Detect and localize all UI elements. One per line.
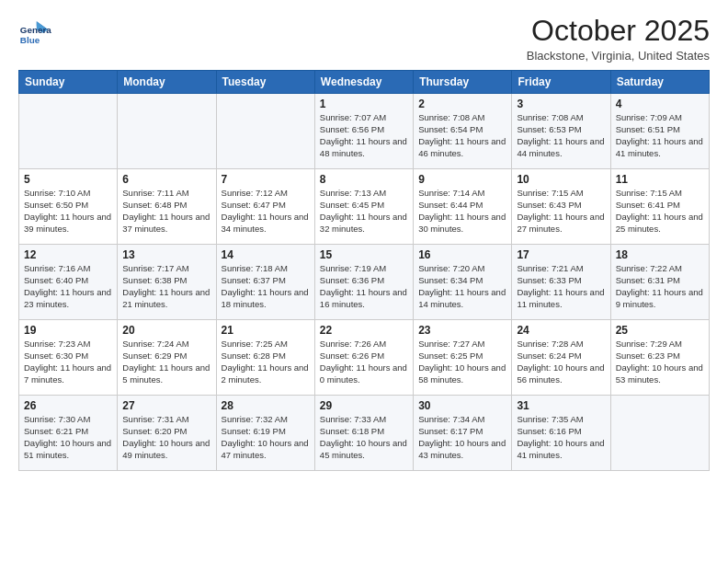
col-header-wednesday: Wednesday [314,71,413,94]
calendar-cell: 23Sunrise: 7:27 AM Sunset: 6:25 PM Dayli… [414,320,512,396]
calendar: SundayMondayTuesdayWednesdayThursdayFrid… [18,70,710,471]
col-header-thursday: Thursday [414,71,512,94]
calendar-cell: 20Sunrise: 7:24 AM Sunset: 6:29 PM Dayli… [118,320,216,396]
day-number: 16 [418,248,506,261]
day-info: Sunrise: 7:35 AM Sunset: 6:16 PM Dayligh… [517,414,605,461]
day-info: Sunrise: 7:08 AM Sunset: 6:53 PM Dayligh… [517,112,605,159]
calendar-cell: 17Sunrise: 7:21 AM Sunset: 6:33 PM Dayli… [512,245,610,320]
calendar-cell: 28Sunrise: 7:32 AM Sunset: 6:19 PM Dayli… [216,396,314,471]
day-number: 6 [122,173,210,186]
calendar-cell: 8Sunrise: 7:13 AM Sunset: 6:45 PM Daylig… [314,169,413,245]
calendar-cell: 3Sunrise: 7:08 AM Sunset: 6:53 PM Daylig… [512,94,610,169]
calendar-cell: 16Sunrise: 7:20 AM Sunset: 6:34 PM Dayli… [414,245,512,320]
day-info: Sunrise: 7:30 AM Sunset: 6:21 PM Dayligh… [24,414,112,461]
calendar-cell: 27Sunrise: 7:31 AM Sunset: 6:20 PM Dayli… [118,396,216,471]
day-info: Sunrise: 7:32 AM Sunset: 6:19 PM Dayligh… [222,414,310,461]
day-number: 28 [222,399,310,412]
day-number: 22 [320,324,408,337]
day-info: Sunrise: 7:22 AM Sunset: 6:31 PM Dayligh… [616,263,704,310]
day-info: Sunrise: 7:12 AM Sunset: 6:47 PM Dayligh… [222,188,310,235]
day-info: Sunrise: 7:28 AM Sunset: 6:24 PM Dayligh… [517,339,605,385]
svg-text:Blue: Blue [20,35,40,45]
day-number: 24 [517,324,605,337]
day-number: 4 [616,98,704,110]
day-number: 19 [24,324,112,337]
day-info: Sunrise: 7:31 AM Sunset: 6:20 PM Dayligh… [122,414,210,461]
day-number: 21 [222,324,310,337]
calendar-cell: 5Sunrise: 7:10 AM Sunset: 6:50 PM Daylig… [19,169,118,245]
page: General Blue October 2025 Blackstone, Vi… [0,0,728,563]
day-info: Sunrise: 7:10 AM Sunset: 6:50 PM Dayligh… [24,188,112,235]
day-info: Sunrise: 7:29 AM Sunset: 6:23 PM Dayligh… [616,339,704,385]
calendar-cell [610,396,709,471]
week-row-3: 12Sunrise: 7:16 AM Sunset: 6:40 PM Dayli… [19,245,710,320]
col-header-friday: Friday [512,71,610,94]
day-info: Sunrise: 7:21 AM Sunset: 6:33 PM Dayligh… [517,263,605,310]
day-info: Sunrise: 7:18 AM Sunset: 6:37 PM Dayligh… [222,263,310,310]
month-title: October 2025 [527,15,710,47]
calendar-cell: 10Sunrise: 7:15 AM Sunset: 6:43 PM Dayli… [512,169,610,245]
day-number: 18 [616,248,704,261]
day-info: Sunrise: 7:15 AM Sunset: 6:43 PM Dayligh… [517,188,605,235]
day-info: Sunrise: 7:11 AM Sunset: 6:48 PM Dayligh… [122,188,210,235]
calendar-cell: 14Sunrise: 7:18 AM Sunset: 6:37 PM Dayli… [216,245,314,320]
col-header-monday: Monday [118,71,216,94]
calendar-cell [19,94,118,169]
calendar-cell: 15Sunrise: 7:19 AM Sunset: 6:36 PM Dayli… [314,245,413,320]
day-info: Sunrise: 7:14 AM Sunset: 6:44 PM Dayligh… [418,188,506,235]
calendar-cell: 1Sunrise: 7:07 AM Sunset: 6:56 PM Daylig… [314,94,413,169]
day-number: 9 [418,173,506,186]
calendar-cell: 30Sunrise: 7:34 AM Sunset: 6:17 PM Dayli… [414,396,512,471]
day-info: Sunrise: 7:33 AM Sunset: 6:18 PM Dayligh… [320,414,408,461]
col-header-saturday: Saturday [610,71,709,94]
day-info: Sunrise: 7:20 AM Sunset: 6:34 PM Dayligh… [418,263,506,310]
day-number: 30 [418,399,506,412]
day-info: Sunrise: 7:08 AM Sunset: 6:54 PM Dayligh… [418,112,506,159]
calendar-cell: 6Sunrise: 7:11 AM Sunset: 6:48 PM Daylig… [118,169,216,245]
day-number: 31 [517,399,605,412]
day-number: 27 [122,399,210,412]
day-info: Sunrise: 7:24 AM Sunset: 6:29 PM Dayligh… [122,339,210,385]
day-number: 17 [517,248,605,261]
day-number: 15 [320,248,408,261]
day-number: 13 [122,248,210,261]
day-number: 10 [517,173,605,186]
day-number: 8 [320,173,408,186]
calendar-cell: 2Sunrise: 7:08 AM Sunset: 6:54 PM Daylig… [414,94,512,169]
calendar-cell: 29Sunrise: 7:33 AM Sunset: 6:18 PM Dayli… [314,396,413,471]
calendar-cell: 19Sunrise: 7:23 AM Sunset: 6:30 PM Dayli… [19,320,118,396]
week-row-1: 1Sunrise: 7:07 AM Sunset: 6:56 PM Daylig… [19,94,710,169]
header: General Blue October 2025 Blackstone, Vi… [18,15,710,63]
title-block: October 2025 Blackstone, Virginia, Unite… [527,15,710,63]
day-info: Sunrise: 7:09 AM Sunset: 6:51 PM Dayligh… [616,112,704,159]
calendar-cell: 9Sunrise: 7:14 AM Sunset: 6:44 PM Daylig… [414,169,512,245]
day-number: 3 [517,98,605,110]
day-info: Sunrise: 7:27 AM Sunset: 6:25 PM Dayligh… [418,339,506,385]
day-number: 23 [418,324,506,337]
day-info: Sunrise: 7:23 AM Sunset: 6:30 PM Dayligh… [24,339,112,385]
day-info: Sunrise: 7:07 AM Sunset: 6:56 PM Dayligh… [320,112,408,159]
calendar-cell: 4Sunrise: 7:09 AM Sunset: 6:51 PM Daylig… [610,94,709,169]
calendar-cell: 22Sunrise: 7:26 AM Sunset: 6:26 PM Dayli… [314,320,413,396]
day-info: Sunrise: 7:25 AM Sunset: 6:28 PM Dayligh… [222,339,310,385]
day-number: 12 [24,248,112,261]
day-number: 5 [24,173,112,186]
day-info: Sunrise: 7:16 AM Sunset: 6:40 PM Dayligh… [24,263,112,310]
day-number: 25 [616,324,704,337]
col-header-tuesday: Tuesday [216,71,314,94]
logo-icon: General Blue [18,15,51,48]
calendar-cell [118,94,216,169]
calendar-cell: 11Sunrise: 7:15 AM Sunset: 6:41 PM Dayli… [610,169,709,245]
logo: General Blue [18,15,51,48]
location: Blackstone, Virginia, United States [527,49,710,63]
day-info: Sunrise: 7:13 AM Sunset: 6:45 PM Dayligh… [320,188,408,235]
calendar-cell: 13Sunrise: 7:17 AM Sunset: 6:38 PM Dayli… [118,245,216,320]
day-number: 1 [320,98,408,110]
calendar-cell: 31Sunrise: 7:35 AM Sunset: 6:16 PM Dayli… [512,396,610,471]
day-number: 26 [24,399,112,412]
day-number: 2 [418,98,506,110]
week-row-4: 19Sunrise: 7:23 AM Sunset: 6:30 PM Dayli… [19,320,710,396]
calendar-cell: 7Sunrise: 7:12 AM Sunset: 6:47 PM Daylig… [216,169,314,245]
day-info: Sunrise: 7:34 AM Sunset: 6:17 PM Dayligh… [418,414,506,461]
calendar-cell: 25Sunrise: 7:29 AM Sunset: 6:23 PM Dayli… [610,320,709,396]
